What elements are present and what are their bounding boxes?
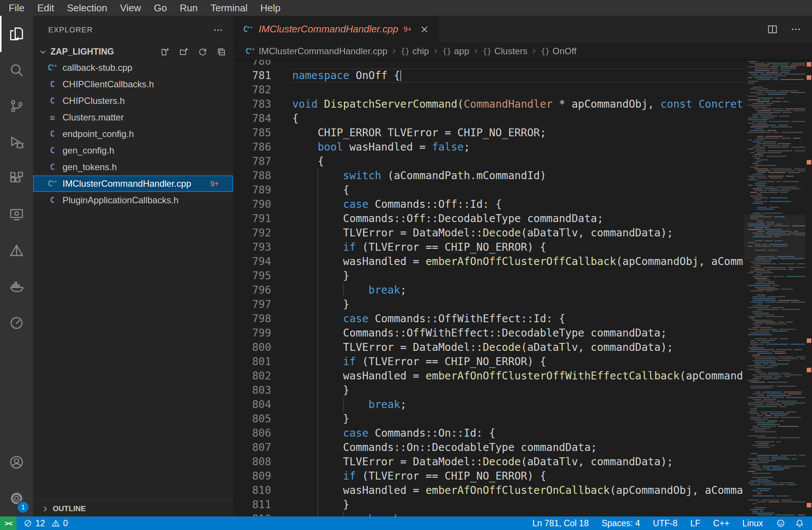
breadcrumb-IMClusterCommandHandler.cpp[interactable]: C++IMClusterCommandHandler.cpp [244,46,387,57]
code-line-806[interactable]: 806 case Commands::On::Id: { [233,426,744,440]
indent-guide [343,283,344,297]
problems-status[interactable]: 12 0 [17,518,75,528]
breadcrumb-OnOff[interactable]: {}OnOff [541,46,577,56]
menu-view[interactable]: View [114,0,148,16]
indent-guide [317,283,318,297]
activity-docker-icon[interactable] [0,269,33,305]
code-line-799[interactable]: 799 Commands::OffWithEffect::DecodableTy… [233,326,744,340]
code-line-810[interactable]: 810 wasHandled = emberAfOnOffClusterOnCa… [233,483,744,498]
bell-icon[interactable] [795,518,804,528]
code-line-796[interactable]: 796 break; [233,283,744,297]
remote-indicator[interactable]: >< [0,516,17,530]
activity-source-control-icon[interactable] [0,88,33,124]
file-Clusters.matter[interactable]: ≡Clusters.matter [33,109,233,126]
ellipsis-icon[interactable] [213,25,223,35]
file-gen_config.h[interactable]: Cgen_config.h [33,142,233,159]
activity-monitor-icon[interactable] [0,196,33,233]
code-line-800[interactable]: 800 TLVError = DataModel::Decode(aDataTl… [233,340,744,355]
eol[interactable]: LF [690,518,701,528]
code-line-788[interactable]: 788 switch (aCommandPath.mCommandId) [233,169,744,183]
activity-files-icon[interactable] [0,16,33,52]
new-folder-icon[interactable] [179,47,189,57]
code-line-809[interactable]: 809 if (TLVError == CHIP_NO_ERROR) { [233,469,744,483]
code-line-793[interactable]: 793 if (TLVError == CHIP_NO_ERROR) { [233,240,744,254]
overview-ruler[interactable] [805,59,812,516]
refresh-icon[interactable] [198,47,208,57]
file-gen_tokens.h[interactable]: Cgen_tokens.h [33,159,233,175]
file-IMClusterCommandHandler.cpp[interactable]: C++IMClusterCommandHandler.cpp9+ [33,175,233,192]
breadcrumb-app[interactable]: {}app [442,46,469,56]
activity-settings-gear-icon[interactable]: 1 [0,480,33,516]
cursor-position[interactable]: Ln 781, Col 18 [533,518,589,528]
code-line-811[interactable]: 811 } [233,498,744,512]
split-editor-icon[interactable] [767,24,778,35]
code-line-787[interactable]: 787 { [233,154,744,169]
code-line-784[interactable]: 784{ [233,111,744,126]
code-line-798[interactable]: 798 case Commands::OffWithEffect::Id: { [233,312,744,326]
menu-terminal[interactable]: Terminal [204,0,254,16]
file-callback-stub.cpp[interactable]: C++callback-stub.cpp [33,59,233,76]
collapse-all-icon[interactable] [217,47,226,57]
error-mark [807,368,811,372]
code-line-791[interactable]: 791 Commands::Off::DecodableType command… [233,212,744,226]
code-line-781[interactable]: 781namespace OnOff { [233,69,744,83]
code-line-812[interactable]: 812 break; [233,512,744,516]
menu-selection[interactable]: Selection [61,0,114,16]
menu-go[interactable]: Go [148,0,174,16]
code-line-805[interactable]: 805 } [233,412,744,426]
code-line-785[interactable]: 785 CHIP_ERROR TLVError = CHIP_NO_ERROR; [233,126,744,140]
problems-badge: 9+ [210,180,219,188]
breadcrumb-chip[interactable]: {}chip [401,46,429,56]
activity-extensions-icon[interactable] [0,160,33,196]
file-CHIPClusters.h[interactable]: CCHIPClusters.h [33,93,233,109]
code-line-795[interactable]: 795 } [233,269,744,283]
code-line-792[interactable]: 792 TLVError = DataModel::Decode(aDataTl… [233,226,744,240]
remote-os[interactable]: Linux [742,518,763,528]
file-PluginApplicationCallbacks.h[interactable]: CPluginApplicationCallbacks.h [33,192,233,209]
activity-run-debug-icon[interactable] [0,124,33,160]
folder-section-header[interactable]: ZAP_LIGHTING [33,44,233,59]
activity-search-icon[interactable] [0,52,33,88]
code-line-789[interactable]: 789 { [233,183,744,197]
breadcrumb-separator-icon: › [532,44,536,56]
encoding[interactable]: UTF-8 [653,518,678,528]
code-line-803[interactable]: 803 } [233,383,744,398]
h-file-icon: C [47,161,58,173]
indent-guide [317,512,318,516]
outline-section-header[interactable]: OUTLINE [33,501,233,516]
file-endpoint_config.h[interactable]: Cendpoint_config.h [33,126,233,142]
indent-guide [317,469,318,483]
more-actions-icon[interactable] [790,24,801,35]
code-line-794[interactable]: 794 wasHandled = emberAfOnOffClusterOffC… [233,254,744,269]
indent-guide [317,326,318,340]
file-CHIPClientCallbacks.h[interactable]: CCHIPClientCallbacks.h [33,76,233,93]
code-line-790[interactable]: 790 case Commands::Off::Id: { [233,197,744,212]
menu-help[interactable]: Help [254,0,287,16]
language-mode[interactable]: C++ [713,518,730,528]
indentation[interactable]: Spaces: 4 [601,518,640,528]
activity-triangle-icon[interactable] [0,233,33,269]
menu-edit[interactable]: Edit [31,0,61,16]
code-line-783[interactable]: 783void DispatchServerCommand(CommandHan… [233,97,744,111]
code-line-786[interactable]: 786 bool wasHandled = false; [233,140,744,154]
feedback-icon[interactable] [776,518,786,528]
code-line-802[interactable]: 802 wasHandled = emberAfOnOffClusterOffW… [233,369,744,383]
code-line-808[interactable]: 808 TLVError = DataModel::Decode(aDataTl… [233,455,744,469]
code-line-782[interactable]: 782 [233,83,744,97]
activity-account-icon[interactable] [0,444,33,480]
close-icon[interactable] [419,24,430,35]
chevron-down-icon [38,47,47,56]
code-line-804[interactable]: 804 break; [233,398,744,412]
minimap[interactable] [744,59,805,516]
breadcrumb-Clusters[interactable]: {}Clusters [482,46,527,56]
menu-run[interactable]: Run [173,0,204,16]
activity-gauge-icon[interactable] [0,305,33,341]
new-file-icon[interactable] [160,47,170,57]
editor-tab[interactable]: C++ IMClusterCommandHandler.cpp 9+ [233,16,440,43]
code-line-797[interactable]: 797 } [233,297,744,312]
line-number: 812 [233,512,292,516]
code-line-780[interactable]: 780 [233,59,744,69]
code-line-801[interactable]: 801 if (TLVError == CHIP_NO_ERROR) { [233,355,744,369]
menu-file[interactable]: File [2,0,31,16]
code-line-807[interactable]: 807 Commands::On::DecodableType commandD… [233,440,744,455]
